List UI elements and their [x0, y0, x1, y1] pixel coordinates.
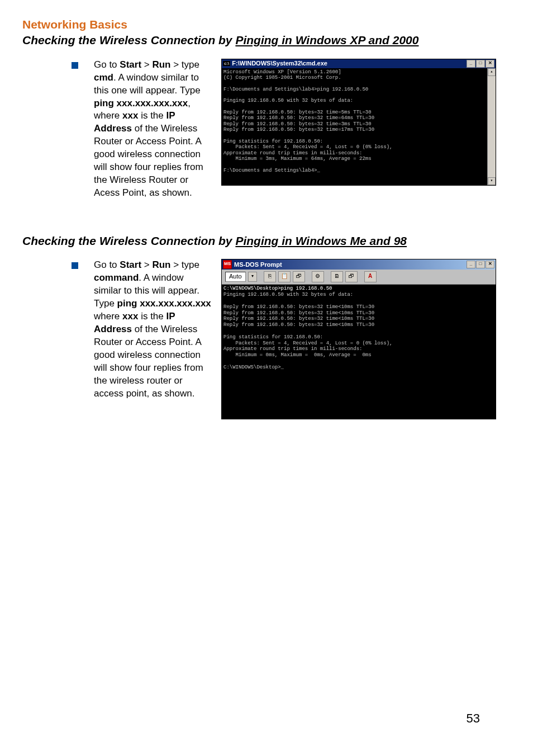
toolbar-btn-1[interactable]: ⎘ [264, 271, 276, 282]
titlebar-xp[interactable]: c:\ F:\WINDOWS\System32\cmd.exe _ □ ✕ [222, 59, 496, 68]
window-title-xp: F:\WINDOWS\System32\cmd.exe [232, 60, 467, 67]
toolbar-btn-5[interactable]: 🗎 [331, 271, 343, 282]
bullet-icon [72, 62, 78, 69]
section-title: Networking Basics [22, 17, 511, 32]
instruction-98: Go to Start > Run > type command. A wind… [94, 259, 211, 400]
bullet-icon [72, 262, 78, 269]
toolbar-btn-6[interactable]: 🗗 [345, 271, 358, 282]
dos-text: Pinging 192.168.0.50 with 32 bytes of da… [223, 292, 392, 370]
msdos-icon: MS [223, 260, 232, 269]
dos-output-98: C:\WINDOWS\Desktop>ping 192.168.0.50 Pin… [222, 285, 496, 419]
maximize-button[interactable]: □ [476, 261, 485, 268]
section-subtitle: Checking the Wireless Connection by Ping… [22, 32, 511, 48]
font-size-select[interactable]: Auto [225, 272, 246, 282]
subtitle-underline: Pinging in Windows XP and 2000 [235, 34, 418, 46]
scroll-up-icon[interactable]: ▴ [488, 68, 496, 76]
scrollbar[interactable]: ▴ ▾ [487, 68, 496, 185]
titlebar-98[interactable]: MS MS-DOS Prompt _ □ ✕ [222, 259, 496, 270]
close-button[interactable]: ✕ [486, 261, 494, 268]
section-subtitle-2: Checking the Wireless Connection by Ping… [22, 233, 511, 249]
toolbar-btn-3[interactable]: 🗗 [293, 271, 305, 282]
toolbar-btn-4[interactable]: ⚙ [312, 271, 324, 282]
scroll-down-icon[interactable]: ▾ [488, 177, 496, 185]
window-title-98: MS-DOS Prompt [234, 261, 467, 269]
toolbar-btn-font[interactable]: A [364, 271, 377, 282]
page-number: 53 [467, 710, 480, 727]
cmd-text-xp: Microsoft Windows XP [Version 5.1.2600] … [223, 69, 486, 173]
instruction-xp: Go to Start > Run > type cmd. A window s… [94, 59, 211, 200]
toolbar-98: Auto ▾ ⎘ 📋 🗗 ⚙ 🗎 🗗 A [222, 270, 496, 285]
subtitle2-underline: Pinging in Windows Me and 98 [235, 234, 407, 247]
cmd-icon: c:\ [223, 61, 230, 66]
subtitle2-plain: Checking the Wireless Connection by [22, 234, 235, 247]
dos-firstline: C:\WINDOWS\Desktop>ping 192.168.0.50 [223, 286, 332, 291]
toolbar-btn-2[interactable]: 📋 [278, 271, 291, 282]
dropdown-icon[interactable]: ▾ [248, 272, 257, 282]
maximize-button[interactable]: □ [476, 60, 485, 68]
cmd-output-xp: Microsoft Windows XP [Version 5.1.2600] … [222, 68, 487, 185]
minimize-button[interactable]: _ [467, 60, 475, 68]
minimize-button[interactable]: _ [467, 261, 475, 268]
cmd-window-xp: c:\ F:\WINDOWS\System32\cmd.exe _ □ ✕ Mi… [221, 59, 496, 186]
dos-window-98: MS MS-DOS Prompt _ □ ✕ Auto ▾ ⎘ 📋 🗗 ⚙ 🗎 [221, 259, 496, 419]
close-button[interactable]: ✕ [486, 60, 494, 68]
subtitle-plain: Checking the Wireless Connection by [22, 34, 235, 46]
